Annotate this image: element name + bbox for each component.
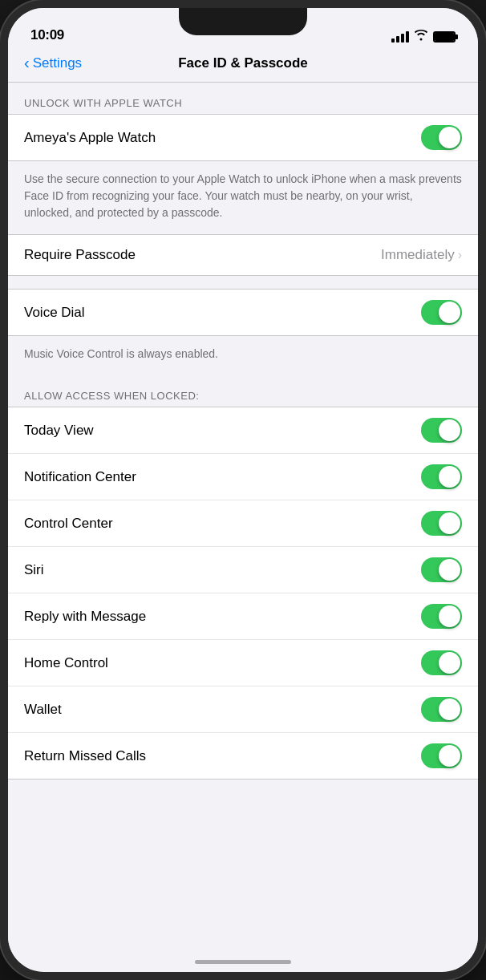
passcode-group: Require Passcode Immediately › [8,234,478,276]
today-view-label: Today View [24,423,94,439]
status-icons [391,30,456,43]
settings-content: UNLOCK WITH APPLE WATCH Ameya's Apple Wa… [8,83,478,963]
siri-label: Siri [24,562,44,578]
notification-center-toggle[interactable] [421,464,462,489]
toggle-thumb [439,466,460,488]
require-passcode-label: Require Passcode [24,247,136,263]
notch [179,8,307,35]
wallet-label: Wallet [24,702,62,718]
apple-watch-toggle[interactable] [421,125,462,150]
toggle-thumb [439,652,460,674]
apple-watch-group: Ameya's Apple Watch [8,114,478,161]
signal-bars-icon [391,31,409,43]
section-header-apple-watch: UNLOCK WITH APPLE WATCH [8,83,478,114]
list-item[interactable]: Home Control [8,640,478,686]
list-item[interactable]: Voice Dial [8,290,478,335]
list-item[interactable]: Today View [8,407,478,454]
wallet-toggle[interactable] [421,697,462,722]
toggle-thumb [439,605,460,627]
notification-center-label: Notification Center [24,469,136,485]
return-missed-calls-label: Return Missed Calls [24,748,146,764]
list-item[interactable]: Notification Center [8,454,478,500]
voice-dial-label: Voice Dial [24,305,85,321]
battery-icon [433,31,456,43]
list-item[interactable]: Return Missed Calls [8,733,478,779]
reply-with-message-label: Reply with Message [24,609,146,625]
chevron-right-icon: › [458,248,462,262]
apple-watch-label: Ameya's Apple Watch [24,130,156,146]
reply-with-message-toggle[interactable] [421,604,462,629]
list-item[interactable]: Require Passcode Immediately › [8,235,478,275]
list-item[interactable]: Reply with Message [8,593,478,640]
list-item[interactable]: Siri [8,547,478,593]
return-missed-calls-toggle[interactable] [421,743,462,768]
phone-frame: 10:09 ‹ Settings [0,0,486,980]
list-item[interactable]: Control Center [8,500,478,547]
toggle-thumb [439,559,460,581]
toggle-thumb [439,127,460,148]
control-center-toggle[interactable] [421,511,462,536]
require-passcode-value: Immediately › [381,247,462,263]
apple-watch-description: Use the secure connection to your Apple … [8,161,478,234]
toggle-thumb [439,302,460,323]
section-header-locked: ALLOW ACCESS WHEN LOCKED: [8,375,478,407]
toggle-thumb [439,745,460,767]
voice-dial-toggle[interactable] [421,300,462,325]
home-indicator [195,960,291,964]
toggle-thumb [439,699,460,720]
voice-dial-description: Music Voice Control is always enabled. [8,336,478,375]
toggle-thumb [439,512,460,534]
page-title: Face ID & Passcode [24,55,462,71]
list-item[interactable]: Wallet [8,686,478,733]
toggle-thumb [439,419,460,441]
list-item[interactable]: Ameya's Apple Watch [8,115,478,160]
voice-dial-group: Voice Dial [8,289,478,336]
status-time: 10:09 [30,27,64,43]
require-passcode-current: Immediately [381,247,455,263]
siri-toggle[interactable] [421,557,462,582]
wifi-icon [414,30,428,43]
control-center-label: Control Center [24,516,113,532]
locked-access-group: Today View Notification Center Control C… [8,407,478,780]
nav-bar: ‹ Settings Face ID & Passcode [8,48,478,83]
today-view-toggle[interactable] [421,418,462,443]
home-control-label: Home Control [24,655,108,671]
home-control-toggle[interactable] [421,650,462,675]
